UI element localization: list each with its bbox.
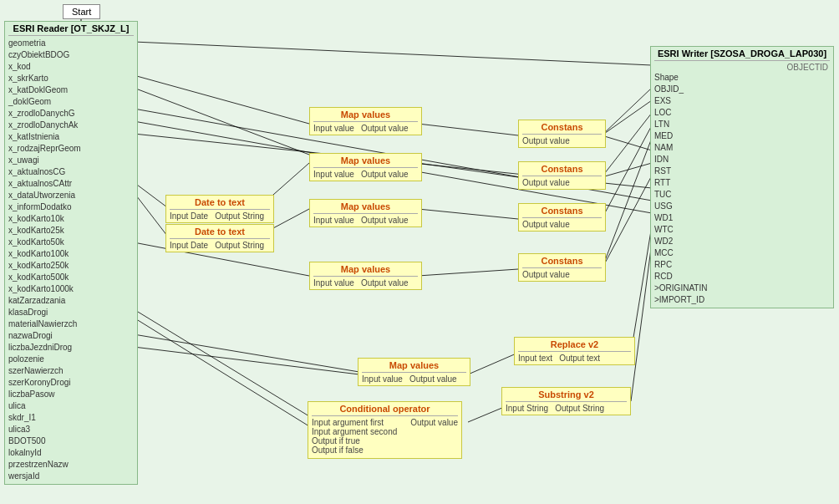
cond-port-output-true: Output if true [312,436,360,445]
constans-1-header: Constans [522,122,602,135]
constans-1-ports: Output value [522,136,602,145]
esri-reader-box: ESRI Reader [OT_SKJZ_L] geometria czyObi… [4,21,138,485]
field-katZarzadzania: katZarzadzania [8,295,134,307]
conditional-operator-box: Conditional operator Input argument firs… [308,401,462,459]
date-to-text-2-ports: Input Date Output String [170,241,270,250]
field-x_zrodloDanychG: x_zrodloDanychG [8,108,134,120]
substring-v2-ports: Input String Output String [506,404,627,413]
svg-line-16 [602,138,652,269]
map-values-2-box: Map values Input value Output value [309,153,422,181]
writer-field-tuc: TUC [654,189,830,201]
writer-field-nam: NAM [654,142,830,154]
constans-3-ports: Output value [522,220,602,229]
map-values-3-ports: Input value Output value [313,216,418,225]
start-node: Start [63,4,100,19]
map-values-4-ports: Input value Output value [313,278,418,288]
replace-v2-box: Replace v2 Input text Output text [514,337,635,365]
svg-line-18 [602,163,652,177]
field-przestrzenNazw: przestrzenNazw [8,459,134,471]
map-values-5-box: Map values Input value Output value [358,358,470,386]
constans-4-header: Constans [522,256,602,268]
field-szerKoronyDrogi: szerKoronyDrogi [8,377,134,389]
field-geometria: geometria [8,38,134,49]
svg-line-28 [134,347,359,374]
date-to-text-1-box: Date to text Input Date Output String [165,195,274,223]
field-x_kodKarto250k: x_kodKarto250k [8,260,134,272]
esri-writer-header: ESRI Writer [SZOSA_DROGA_LAP030] [654,48,830,61]
field-x_kodKarto100k: x_kodKarto100k [8,248,134,260]
esri-writer-box: ESRI Writer [SZOSA_DROGA_LAP030] OBJECTI… [650,46,834,308]
constans-3-header: Constans [522,206,602,218]
map-values-5-header: Map values [362,360,466,373]
date-to-text-1-header: Date to text [170,197,270,210]
writer-field-wtc: WTC [654,224,830,236]
svg-line-11 [418,269,518,276]
svg-line-25 [134,309,309,416]
svg-line-8 [418,124,518,135]
writer-field-rtt: RTT [654,177,830,189]
replace-v2-header: Replace v2 [518,339,631,352]
svg-line-2 [134,75,309,124]
map-values-1-header: Map values [313,109,418,122]
esri-reader-header: ESRI Reader [OT_SKJZ_L] [8,23,134,36]
svg-line-27 [134,334,359,372]
writer-field-mcc: MCC [654,247,830,259]
field-klasaDrogi: klasaDrogi [8,307,134,318]
cond-port-input-second: Input argument second [312,427,397,436]
field-ulica3: ulica3 [8,424,134,435]
svg-line-4 [134,182,167,207]
svg-line-21 [468,353,518,374]
svg-line-9 [418,163,518,177]
field-liczbaJezdniDrog: liczbaJezdniDrog [8,342,134,354]
field-liczbaPasow: liczbaPasow [8,389,134,400]
field-x_aktualnosCG: x_aktualnosCG [8,166,134,178]
field-materialNawierzch: materialNawierzch [8,318,134,330]
constans-1-box: Constans Output value [518,120,606,148]
date-to-text-1-ports: Input Date Output String [170,211,270,221]
conditional-ports-row1: Input argument first Output value [312,418,458,427]
start-label: Start [72,7,91,17]
replace-v2-ports: Input text Output text [518,354,631,363]
map-values-2-header: Map values [313,155,418,168]
field-x_rodzajReprGeom: x_rodzajReprGeom [8,143,134,155]
field-lokalnyId: lokalnyId [8,447,134,459]
constans-2-header: Constans [522,164,602,176]
writer-field-wd1: WD1 [654,212,830,224]
cond-port-input-first: Input argument first [312,418,384,427]
svg-line-15 [602,125,652,219]
svg-line-17 [602,135,652,150]
constans-2-box: Constans Output value [518,161,606,190]
cond-port-output-false: Output if false [312,445,364,455]
writer-field-usg: USG [654,201,830,212]
map-values-2-ports: Input value Output value [313,170,418,179]
svg-line-26 [134,318,309,426]
date-to-text-2-box: Date to text Input Date Output String [165,224,274,252]
writer-field-exs: EXS [654,95,830,107]
conditional-ports-row2: Input argument second [312,427,458,436]
field-nazwaDrogi: nazwaDrogi [8,330,134,342]
field-x_kodKarto1000k: x_kodKarto1000k [8,283,134,295]
writer-field-objid: OBJID_ [654,84,830,95]
svg-line-12 [602,88,652,135]
field-x_zrodloDanychAk: x_zrodloDanychAk [8,120,134,131]
writer-field-originatin: >ORIGINATIN [654,283,830,294]
field-x_aktualnosCAttr: x_aktualnosCAttr [8,178,134,190]
cond-port-output-value: Output value [410,418,458,427]
writer-field-rcd: RCD [654,271,830,283]
field-x_dataUtworzenia: x_dataUtworzenia [8,190,134,201]
substring-v2-box: Substring v2 Input String Output String [501,387,631,415]
field-x_katDoklGeom: x_katDoklGeom [8,84,134,96]
writer-field-shape: Shape [654,72,830,84]
writer-field-ltn: LTN [654,119,830,130]
field-szerNawierzch: szerNawierzch [8,365,134,377]
writer-field-rst: RST [654,165,830,177]
esri-writer-objectid: OBJECTID [654,63,830,72]
map-values-4-header: Map values [313,264,418,277]
svg-line-22 [631,226,652,353]
field-skdr_I1: skdr_I1 [8,412,134,424]
svg-line-5 [134,192,167,236]
field-x_skrKarto: x_skrKarto [8,73,134,84]
constans-4-box: Constans Output value [518,253,606,282]
writer-field-wd2: WD2 [654,236,830,247]
field-x_kodKarto10k: x_kodKarto10k [8,213,134,225]
